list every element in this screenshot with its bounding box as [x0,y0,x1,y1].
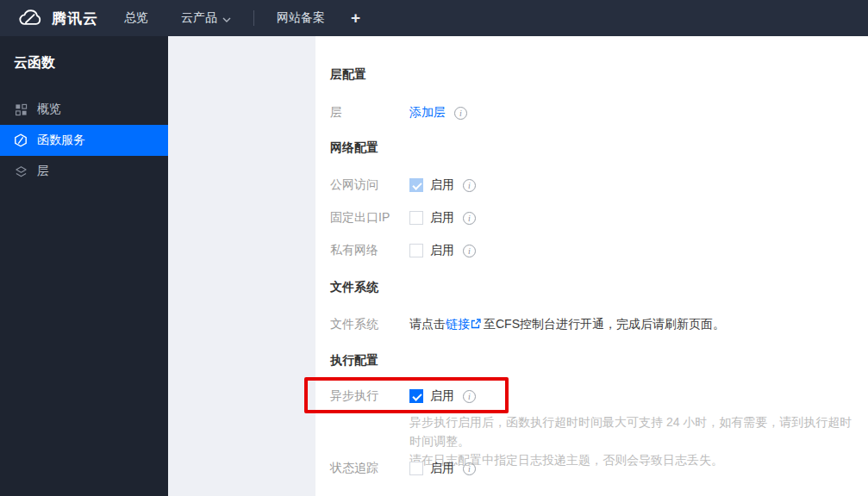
helper-line: 异步执行启用后，函数执行超时时间最大可支持 24 小时，如有需要，请到执行超时时… [409,412,858,450]
info-icon[interactable]: i [463,179,476,192]
enable-label: 启用 [430,210,454,226]
sidebar: 云函数 概览 函数服务 层 [0,36,168,496]
sidebar-item-label: 函数服务 [37,133,85,148]
brand-name[interactable]: 腾讯云 [52,9,98,28]
section-heading-network-config: 网络配置 [330,140,378,154]
info-icon[interactable]: i [463,245,476,257]
section-heading-file-system: 文件系统 [330,280,378,294]
public-access-label: 公网访问 [330,177,409,193]
file-system-hint: 请点击链接至CFS控制台进行开通，完成后请刷新页面。 [409,317,725,332]
section-heading-layer-config: 层配置 [330,67,366,81]
fixed-egress-ip-row: 固定出口IP 启用 i [330,208,859,227]
add-layer-link[interactable]: 添加层 [409,105,446,121]
top-navigation: 总览 云产品 网站备案 + [124,9,360,28]
enable-label: 启用 [430,243,454,258]
async-execution-checkbox[interactable] [409,389,423,403]
async-execution-label: 异步执行 [330,388,409,404]
fixed-egress-ip-checkbox[interactable] [409,211,423,225]
cfs-link[interactable]: 链接 [446,317,470,331]
layers-icon [14,164,28,178]
status-tracking-checkbox[interactable] [409,462,423,475]
sidebar-title: 云函数 [0,36,168,94]
file-system-label: 文件系统 [330,317,409,332]
info-icon[interactable]: i [463,462,476,475]
sidebar-item-overview[interactable]: 概览 [0,94,168,125]
tencent-cloud-icon [17,7,43,30]
grid-icon [14,102,28,116]
file-system-row: 文件系统 请点击链接至CFS控制台进行开通，完成后请刷新页面。 [330,315,859,334]
external-link-icon [471,318,481,332]
nav-cloud-products[interactable]: 云产品 [181,10,231,26]
info-icon[interactable]: i [454,107,467,120]
private-network-row: 私有网络 启用 i [330,241,859,260]
nav-overview[interactable]: 总览 [124,10,148,26]
public-access-row: 公网访问 启用 i [330,176,859,195]
sidebar-item-layers[interactable]: 层 [0,156,168,187]
function-config-panel: 层配置 层 添加层 i 网络配置 公网访问 启用 i 固定出口IP 启用 i 私… [315,36,868,496]
topbar: 腾讯云 总览 云产品 网站备案 + [0,0,868,36]
brand-logo[interactable]: 腾讯云 [17,7,98,30]
private-network-checkbox[interactable] [409,244,423,257]
function-hexagon-icon [14,133,28,147]
nav-divider [253,10,254,26]
status-tracking-row: 状态追踪 启用 i [330,459,859,478]
info-icon[interactable]: i [463,390,476,403]
enable-label: 启用 [430,177,454,193]
enable-label: 启用 [430,461,454,476]
fixed-egress-ip-label: 固定出口IP [330,210,409,226]
sidebar-item-label: 层 [37,164,49,179]
layer-label: 层 [330,105,409,121]
chevron-down-icon [222,11,231,25]
private-network-label: 私有网络 [330,243,409,258]
public-access-checkbox[interactable] [409,178,423,192]
sidebar-item-label: 概览 [37,102,61,117]
nav-add-button[interactable]: + [351,9,360,28]
nav-icp-record[interactable]: 网站备案 [277,10,325,26]
async-execution-row: 异步执行 启用 i [330,387,859,406]
sidebar-item-function-service[interactable]: 函数服务 [0,125,168,156]
enable-label: 启用 [430,388,454,404]
layer-row: 层 添加层 i [330,103,859,122]
info-icon[interactable]: i [463,212,476,225]
status-tracking-label: 状态追踪 [330,461,409,476]
section-heading-execution-config: 执行配置 [330,353,378,367]
